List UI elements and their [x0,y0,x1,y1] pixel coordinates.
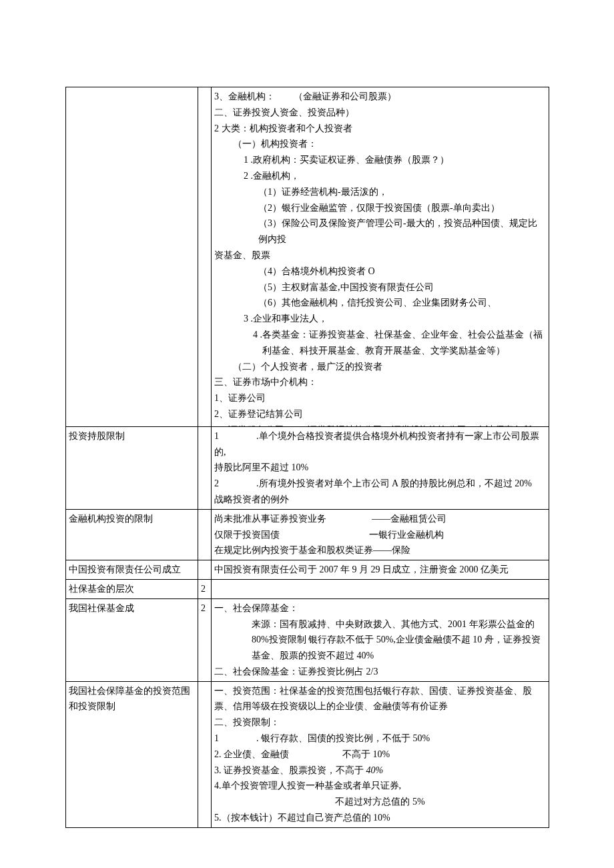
row-label: 金融机构投资的限制 [66,509,198,560]
row-content: 一、投资范围：社保基金的投资范围包括银行存款、国债、证券投资基金、股票、信用等级… [212,681,549,827]
row-count [198,509,212,560]
content-line: （1）证券经营机构-最活泼的， [214,184,546,200]
row-count [198,560,212,580]
document-page: 3、金融机构： （金融证券和公司股票）二、证券投资人资金、投资品种）2 大类：机… [0,0,614,868]
content-line: 中国投资有限责任公司于 2007 年 9 月 29 日成立，注册资金 2000 … [214,562,546,578]
row-label: 投资持股限制 [66,426,198,509]
row-content: 一、社会保障基金：来源：国有股减持、中央财政拨入、其他方式、2001 年彩票公益… [212,598,549,681]
row-content: 尚未批准从事证券投资业务——金融租赁公司仅限于投资国债一银行业金融机构在规定比例… [212,509,549,560]
content-line: 2、证券登记结算公司 [214,406,546,422]
table-row: 金融机构投资的限制尚未批准从事证券投资业务——金融租赁公司仅限于投资国债一银行业… [66,509,549,560]
content-line: 2 大类：机构投资者和个人投资者 [214,121,546,137]
row-count [198,87,212,427]
content-line: 2 .金融机构， [214,168,546,184]
table-row: 中国投资有限责任公司成立中国投资有限责任公司于 2007 年 9 月 29 日成… [66,560,549,580]
content-line: 战略投资者的例外 [214,492,546,508]
content-line: 一、投资范围：社保基金的投资范围包括银行存款、国债、证券投资基金、股票、信用等级… [214,683,546,715]
content-line: 1 .政府机构：买卖证权证券、金融债券（股票？） [214,152,546,168]
content-line: （4）合格境外机构投资者 O [214,264,546,280]
table-row: 我国社保基金成2一、社会保障基金：来源：国有股减持、中央财政拨入、其他方式、20… [66,598,549,681]
content-line: 三、证券市场中介机构： [214,374,546,390]
table-row: 社保基金的层次2 [66,579,549,598]
content-line: 1、证券公司 [214,390,546,406]
content-line: （二）个人投资者，最广泛的投资者 [214,359,546,375]
row-label: 我国社会保障基金的投资范围和投资限制 [66,681,198,827]
content-line: 4 .各类基金：证券投资基金、社保基金、企业年金、社会公益基金（福利基金、科技开… [214,327,546,359]
content-line: 3 .企业和事业法人， [214,311,546,327]
content-table: 3、金融机构： （金融证券和公司股票）二、证券投资人资金、投资品种）2 大类：机… [65,87,549,828]
row-count: 2 [198,579,212,598]
row-label: 社保基金的层次 [66,579,198,598]
row-count [198,681,212,827]
row-label [66,87,198,427]
content-line: 2. 企业债、金融债不高于 10% [214,747,546,763]
row-content [212,579,549,598]
content-line: 二、证券投资人资金、投资品种） [214,105,546,121]
content-line: （一）机构投资者： [214,136,546,152]
row-count [198,426,212,509]
content-line: 1. 银行存款、国债的投资比例，不低于 50% [214,731,546,747]
content-line: 一、社会保障基金： [214,600,546,616]
content-line: 3、金融机构： （金融证券和公司股票） [214,89,546,105]
table-row: 3、金融机构： （金融证券和公司股票）二、证券投资人资金、投资品种）2 大类：机… [66,87,549,427]
content-line: 不超过对方总值的 5% [214,794,546,810]
content-line: 3. 证券投资基金、股票投资，不高于 40% [214,763,546,779]
content-line: 持股比阿里不超过 10% [214,460,546,476]
row-content: 3、金融机构： （金融证券和公司股票）二、证券投资人资金、投资品种）2 大类：机… [212,87,549,427]
content-line: 4.单个投资管理人投资一种基金或者单只证券, [214,778,546,794]
content-line: 尚未批准从事证券投资业务——金融租赁公司 [214,511,546,527]
content-line: （5）主权财富基金,中国投资有限责任公司 [214,280,546,296]
content-line: （6）其他金融机构，信托投资公司、企业集团财务公司、 [214,295,546,311]
content-line: 二、投资限制： [214,715,546,731]
row-count: 2 [198,598,212,681]
row-label: 中国投资有限责任公司成立 [66,560,198,580]
content-line: 来源：国有股减持、中央财政拨入、其他方式、2001 年彩票公益金的 80%投资限… [214,616,546,664]
content-line: （3）保险公司及保险资产管理公司-最大的，投资品种国债、规定比例内投资基金、股票 [214,215,546,263]
row-content: 中国投资有限责任公司于 2007 年 9 月 29 日成立，注册资金 2000 … [212,560,549,580]
content-line: 在规定比例内投资于基金和股权类证券——保险 [214,542,546,558]
content-line: 二、社会保险基金：证券投资比例占 2/3 [214,664,546,680]
content-line: 2.所有境外投资者对单个上市公司 A 股的持股比例总和，不超过 20% [214,476,546,492]
content-line: 仅限于投资国债一银行业金融机构 [214,527,546,543]
truncated-line: 3、证券服务公司（1）证券登记结算公司、证券投资咨询公司、会计师事务所、资 [214,422,546,426]
table-row: 我国社会保障基金的投资范围和投资限制一、投资范围：社保基金的投资范围包括银行存款… [66,681,549,827]
table-row: 投资持股限制1.单个境外合格投资者提供合格境外机构投资者持有一家上市公司股票的,… [66,426,549,509]
content-line: 5.（按本钱计）不超过自己资产总值的 10% [214,810,546,826]
content-line: （2）银行业金融监管，仅限于投资国债（股票-单向卖出） [214,200,546,216]
row-content: 1.单个境外合格投资者提供合格境外机构投资者持有一家上市公司股票的,持股比阿里不… [212,426,549,509]
content-line: 1.单个境外合格投资者提供合格境外机构投资者持有一家上市公司股票的, [214,428,546,460]
row-label: 我国社保基金成 [66,598,198,681]
